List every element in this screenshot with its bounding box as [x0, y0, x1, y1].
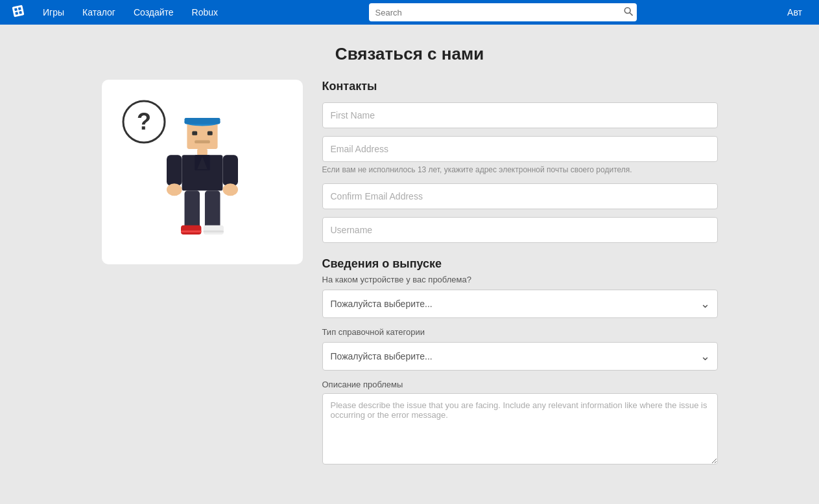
svg-rect-5	[19, 11, 22, 14]
search-button[interactable]	[624, 7, 633, 18]
content-row: ?	[13, 80, 806, 467]
svg-rect-22	[184, 190, 200, 229]
svg-rect-12	[184, 118, 220, 124]
nav-catalog[interactable]: Каталог	[73, 0, 125, 25]
svg-rect-2	[14, 8, 18, 11]
svg-line-7	[630, 13, 632, 16]
page-title: Связаться с нами	[13, 44, 806, 64]
nav-robux[interactable]: Robux	[183, 0, 227, 25]
svg-point-21	[222, 183, 238, 196]
svg-rect-3	[18, 7, 21, 10]
svg-rect-25	[203, 225, 223, 234]
svg-rect-14	[207, 131, 212, 135]
svg-rect-19	[222, 155, 238, 185]
svg-rect-26	[181, 230, 201, 232]
nav-auth[interactable]: Авт	[778, 7, 811, 17]
nav-logo[interactable]	[8, 1, 34, 24]
description-textarea[interactable]	[322, 393, 718, 464]
confirm-email-input[interactable]	[322, 183, 718, 209]
nav-search-area	[227, 3, 778, 21]
nav-games[interactable]: Игры	[34, 0, 73, 25]
first-name-input[interactable]	[322, 102, 718, 128]
navbar: Игры Каталог Создайте Robux Авт	[0, 0, 819, 25]
issue-section-title: Сведения о выпуске	[322, 257, 718, 271]
image-card: ?	[102, 80, 303, 264]
device-select-wrapper: Пожалуйста выберите... PC / Mac Мобильны…	[322, 290, 718, 318]
category-select[interactable]: Пожалуйста выберите... Аккаунт Оплата Те…	[322, 342, 718, 371]
username-input[interactable]	[322, 217, 718, 243]
page-content: Связаться с нами ?	[0, 25, 819, 493]
search-input[interactable]	[369, 3, 637, 21]
search-icon	[624, 7, 633, 16]
description-label: Описание проблемы	[322, 380, 718, 389]
svg-rect-18	[167, 155, 182, 185]
svg-rect-23	[204, 190, 220, 229]
contacts-title: Контакты	[322, 80, 718, 93]
email-input[interactable]	[322, 136, 718, 162]
svg-rect-4	[15, 12, 18, 15]
form-panel: Контакты Если вам не исполнилось 13 лет,…	[322, 80, 718, 467]
svg-rect-15	[195, 140, 210, 143]
nav-links: Игры Каталог Создайте Robux	[34, 0, 227, 25]
question-icon: ?	[121, 99, 167, 144]
device-select[interactable]: Пожалуйста выберите... PC / Mac Мобильны…	[322, 290, 718, 318]
svg-rect-13	[192, 131, 197, 135]
svg-rect-1	[12, 5, 25, 17]
email-helper-text: Если вам не исполнилось 13 лет, укажите …	[322, 165, 718, 176]
svg-point-20	[167, 183, 182, 196]
svg-rect-16	[197, 148, 208, 154]
category-label: Тип справочной категории	[322, 327, 718, 337]
device-label: На каком устройстве у вас проблема?	[322, 275, 718, 284]
nav-create[interactable]: Создайте	[125, 0, 183, 25]
svg-text:?: ?	[137, 108, 151, 135]
svg-rect-24	[181, 225, 201, 234]
category-select-wrapper: Пожалуйста выберите... Аккаунт Оплата Те…	[322, 342, 718, 371]
svg-rect-27	[203, 230, 223, 232]
